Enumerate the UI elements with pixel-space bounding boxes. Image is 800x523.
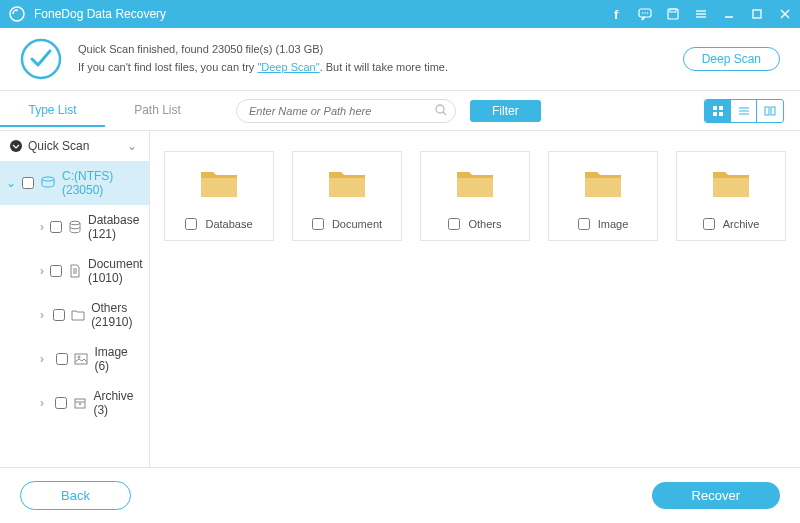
maximize-icon[interactable] <box>750 7 764 21</box>
status-line1: Quick Scan finished, found 23050 file(s)… <box>78 41 448 59</box>
folder-label: Document <box>332 218 382 230</box>
chevron-right-icon[interactable] <box>40 352 50 366</box>
chevron-right-icon[interactable] <box>40 396 49 410</box>
tree-item-database[interactable]: Database (121) <box>0 205 149 249</box>
svg-rect-7 <box>670 9 676 12</box>
main-area: Quick Scan C:(NTFS) (23050) Database (12… <box>0 131 800 506</box>
svg-point-27 <box>42 177 54 181</box>
tree-children: Database (121) Document (1010) Others (2… <box>0 205 149 425</box>
search-input[interactable] <box>236 99 456 123</box>
drive-checkbox[interactable] <box>22 177 34 189</box>
folder-grid: Database Document Others Image Archive <box>164 151 786 241</box>
folder-checkbox[interactable] <box>448 218 460 230</box>
svg-rect-20 <box>713 112 717 116</box>
folder-item-archive[interactable]: Archive <box>676 151 786 241</box>
folder-icon <box>71 308 85 322</box>
folder-icon <box>583 166 623 200</box>
view-toggles <box>704 99 784 123</box>
menu-icon[interactable] <box>694 7 708 21</box>
app-title: FoneDog Data Recovery <box>34 7 610 21</box>
minimize-icon[interactable] <box>722 7 736 21</box>
folder-label: Others <box>468 218 501 230</box>
drive-icon <box>40 176 56 190</box>
tree-item-label: Others (21910) <box>91 301 139 329</box>
folder-icon <box>199 166 239 200</box>
status-text: Quick Scan finished, found 23050 file(s)… <box>78 41 448 76</box>
app-logo-icon <box>8 5 26 23</box>
collapse-icon[interactable] <box>10 140 22 152</box>
item-checkbox[interactable] <box>56 353 68 365</box>
sidebar-tree: Quick Scan C:(NTFS) (23050) Database (12… <box>0 131 150 506</box>
svg-rect-26 <box>771 107 775 115</box>
folder-icon <box>711 166 751 200</box>
tree-item-image[interactable]: Image (6) <box>0 337 149 381</box>
tree-item-label: Archive (3) <box>93 389 139 417</box>
tree-item-label: Document (1010) <box>88 257 143 285</box>
svg-rect-32 <box>75 354 87 364</box>
sidebar-tabs: Type List Path List <box>0 95 210 127</box>
search-icon[interactable] <box>434 103 448 117</box>
deep-scan-button[interactable]: Deep Scan <box>683 47 780 71</box>
folder-checkbox[interactable] <box>185 218 197 230</box>
svg-rect-12 <box>753 10 761 18</box>
folder-item-database[interactable]: Database <box>164 151 274 241</box>
tree-item-others[interactable]: Others (21910) <box>0 293 149 337</box>
svg-point-3 <box>642 12 644 14</box>
folder-checkbox[interactable] <box>703 218 715 230</box>
recover-button[interactable]: Recover <box>652 482 780 509</box>
folder-icon <box>327 166 367 200</box>
save-icon[interactable] <box>666 7 680 21</box>
chevron-down-icon[interactable] <box>6 176 16 190</box>
chevron-right-icon[interactable] <box>40 308 47 322</box>
folder-item-others[interactable]: Others <box>420 151 530 241</box>
tree-item-archive[interactable]: Archive (3) <box>0 381 149 425</box>
tree-item-label: Database (121) <box>88 213 139 241</box>
back-button[interactable]: Back <box>20 481 131 510</box>
chevron-right-icon[interactable] <box>40 220 44 234</box>
folder-checkbox[interactable] <box>578 218 590 230</box>
folder-item-document[interactable]: Document <box>292 151 402 241</box>
folder-label: Database <box>205 218 252 230</box>
facebook-icon[interactable]: f <box>610 7 624 21</box>
tree-root-label: Quick Scan <box>28 139 89 153</box>
archive-icon <box>73 396 87 410</box>
tab-path-list[interactable]: Path List <box>105 95 210 127</box>
svg-point-33 <box>78 356 80 358</box>
close-icon[interactable] <box>778 7 792 21</box>
svg-rect-21 <box>719 112 723 116</box>
search-box <box>236 99 456 123</box>
view-list-icon[interactable] <box>731 100 757 122</box>
svg-rect-25 <box>765 107 769 115</box>
chevron-right-icon[interactable] <box>40 264 44 278</box>
folder-label: Image <box>598 218 629 230</box>
titlebar: FoneDog Data Recovery f <box>0 0 800 28</box>
item-checkbox[interactable] <box>50 221 62 233</box>
svg-text:f: f <box>614 7 619 21</box>
toolbar: Type List Path List Filter <box>0 91 800 131</box>
folder-item-image[interactable]: Image <box>548 151 658 241</box>
status-bar: Quick Scan finished, found 23050 file(s)… <box>0 28 800 91</box>
document-icon <box>68 264 82 278</box>
tree-drive[interactable]: C:(NTFS) (23050) <box>0 161 149 205</box>
item-checkbox[interactable] <box>55 397 67 409</box>
tree-root[interactable]: Quick Scan <box>0 131 149 161</box>
feedback-icon[interactable] <box>638 7 652 21</box>
view-grid-icon[interactable] <box>705 100 731 122</box>
svg-rect-18 <box>713 106 717 110</box>
check-complete-icon <box>20 38 62 80</box>
folder-checkbox[interactable] <box>312 218 324 230</box>
tab-type-list[interactable]: Type List <box>0 95 105 127</box>
image-icon <box>74 352 88 366</box>
item-checkbox[interactable] <box>53 309 65 321</box>
filter-button[interactable]: Filter <box>470 100 541 122</box>
svg-point-28 <box>70 221 80 225</box>
folder-label: Archive <box>723 218 760 230</box>
view-detail-icon[interactable] <box>757 100 783 122</box>
svg-rect-19 <box>719 106 723 110</box>
deep-scan-link[interactable]: "Deep Scan" <box>257 61 319 73</box>
item-checkbox[interactable] <box>50 265 62 277</box>
svg-point-4 <box>644 12 646 14</box>
tree-item-document[interactable]: Document (1010) <box>0 249 149 293</box>
chevron-down-icon[interactable] <box>127 139 139 153</box>
svg-point-5 <box>647 12 649 14</box>
